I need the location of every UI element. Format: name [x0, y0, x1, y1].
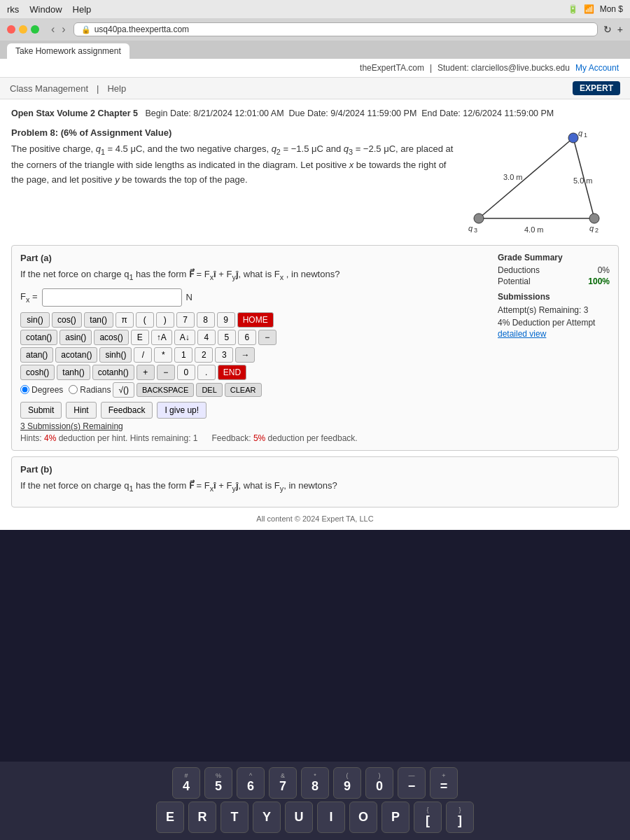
close-button[interactable] [7, 25, 15, 34]
six-button[interactable]: 6 [238, 330, 256, 345]
hints-pct: 4% [44, 433, 56, 443]
key-y[interactable]: Y [253, 802, 281, 833]
help-link[interactable]: Help [107, 83, 126, 94]
del-button[interactable]: DEL [196, 383, 222, 397]
nine-button[interactable]: 9 [217, 312, 235, 328]
key-0[interactable]: ) 0 [365, 767, 393, 799]
asin-button[interactable]: asin() [59, 330, 92, 345]
cosh-button[interactable]: cosh() [20, 365, 55, 380]
minimize-button[interactable] [19, 25, 27, 34]
cotanh-button[interactable]: cotanh() [92, 365, 134, 380]
up-arrow-button[interactable]: ↑A [151, 330, 172, 345]
one-button[interactable]: 1 [174, 347, 192, 363]
key-p[interactable]: P [382, 802, 410, 833]
key-7[interactable]: & 7 [269, 767, 297, 799]
active-tab[interactable]: Take Homework assignment [7, 43, 130, 59]
home-button[interactable]: HOME [237, 312, 274, 328]
my-account-link[interactable]: My Account [575, 63, 619, 73]
submissions-info: Submissions Attempt(s) Remaining: 3 4% D… [498, 292, 610, 339]
attempts-remaining: Attempt(s) Remaining: 3 [498, 304, 610, 316]
end-button[interactable]: END [218, 365, 246, 380]
key-e[interactable]: E [156, 802, 184, 833]
clear-button[interactable]: CLEAR [225, 383, 262, 397]
due-date: Due Date: 9/4/2024 11:59:00 PM [289, 108, 417, 118]
decimal-button[interactable]: . [197, 365, 216, 380]
zero-button[interactable]: 0 [177, 365, 195, 380]
radians-radio[interactable] [69, 385, 78, 394]
back-button[interactable]: ‹ [49, 23, 57, 36]
address-bar[interactable]: 🔒 usq40pa.theexpertta.com [74, 22, 598, 36]
maximize-button[interactable] [31, 25, 39, 34]
key-5[interactable]: % 5 [204, 767, 232, 799]
feedback-text: Feedback: 5% deduction per feedback. [212, 433, 358, 443]
backspace-button[interactable]: BACKSPACE [136, 383, 194, 397]
key-equals[interactable]: + = [430, 767, 458, 799]
three-button[interactable]: 3 [215, 347, 233, 363]
acotan-button[interactable]: acotan() [55, 347, 97, 363]
key-i[interactable]: I [317, 802, 345, 833]
acos-button[interactable]: acos() [94, 330, 128, 345]
degrees-radio[interactable] [20, 385, 29, 394]
two-button[interactable]: 2 [195, 347, 213, 363]
eight-button[interactable]: 8 [197, 312, 215, 328]
submissions-title: Submissions [498, 292, 610, 302]
key-r[interactable]: R [188, 802, 216, 833]
close-paren-button[interactable]: ) [156, 312, 174, 328]
key-8[interactable]: * 8 [301, 767, 329, 799]
detailed-view-link[interactable]: detailed view [498, 329, 546, 339]
seven-button[interactable]: 7 [176, 312, 195, 328]
minus2-button[interactable]: − [157, 365, 175, 380]
class-management-link[interactable]: Class Management [10, 83, 88, 94]
atan-button[interactable]: atan() [20, 347, 53, 363]
sinh-button[interactable]: sinh() [99, 347, 132, 363]
five-button[interactable]: 5 [218, 330, 236, 345]
cos-button[interactable]: cos() [52, 312, 82, 328]
e-button[interactable]: E [131, 330, 149, 345]
feedback-pct: 5% [253, 433, 265, 443]
key-t[interactable]: T [220, 802, 248, 833]
divide-button[interactable]: / [134, 347, 152, 363]
give-up-button[interactable]: I give up! [157, 402, 206, 419]
key-6[interactable]: ^ 6 [237, 767, 265, 799]
right-arrow-button[interactable]: → [235, 347, 255, 363]
sin-button[interactable]: sin() [20, 312, 50, 328]
fx-label: Fx = [20, 291, 38, 304]
key-minus[interactable]: — − [398, 767, 426, 799]
tan-button[interactable]: tan() [84, 312, 113, 328]
pi-button[interactable]: π [115, 312, 134, 328]
feedback-button[interactable]: Feedback [101, 402, 153, 419]
radians-option[interactable]: Radians [69, 385, 111, 395]
submit-button[interactable]: Submit [20, 402, 62, 419]
forward-button[interactable]: › [59, 23, 67, 36]
mgmt-divider: | [97, 83, 99, 94]
plus-button[interactable]: + [136, 365, 155, 380]
key-u[interactable]: U [285, 802, 313, 833]
minus-button[interactable]: − [258, 330, 276, 345]
hints-text: Hints: 4% deduction per hint. Hints rema… [20, 433, 198, 443]
degrees-option[interactable]: Degrees [20, 385, 63, 395]
key-9[interactable]: ( 9 [333, 767, 361, 799]
svg-text:q: q [468, 224, 473, 232]
menu-item-help[interactable]: Help [73, 4, 92, 15]
potential-value: 100% [588, 276, 610, 286]
expert-badge[interactable]: EXPERT [573, 81, 620, 95]
down-arrow-button[interactable]: A↓ [174, 330, 195, 345]
svg-point-6 [474, 214, 484, 223]
sqrt-button[interactable]: √() [113, 382, 134, 398]
open-paren-button[interactable]: ( [136, 312, 154, 328]
four-button[interactable]: 4 [197, 330, 216, 345]
key-o[interactable]: O [349, 802, 377, 833]
menu-item-window[interactable]: Window [29, 4, 62, 15]
multiply-button[interactable]: * [154, 347, 172, 363]
key-bracket-close[interactable]: } ] [446, 802, 474, 833]
tanh-button[interactable]: tanh() [57, 365, 90, 380]
key-4[interactable]: # 4 [172, 767, 200, 799]
new-tab-icon[interactable]: + [617, 24, 623, 35]
fx-input[interactable] [42, 288, 182, 307]
cotan-button[interactable]: cotan() [20, 330, 57, 345]
key-bracket-open[interactable]: { [ [414, 802, 442, 833]
reload-icon[interactable]: ↻ [603, 24, 612, 35]
tab-bar: Take Homework assignment [0, 41, 630, 59]
menu-item-rks[interactable]: rks [7, 4, 19, 15]
hint-button[interactable]: Hint [66, 402, 96, 419]
